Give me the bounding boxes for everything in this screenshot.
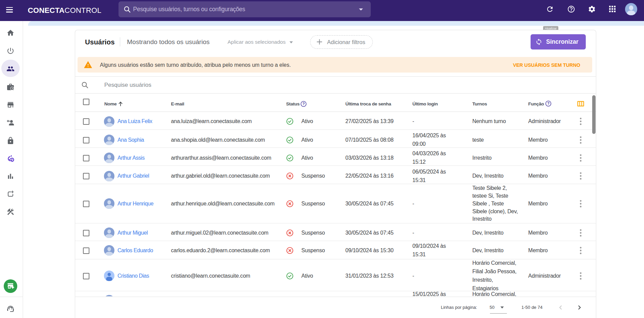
svg-text:?: ? (302, 102, 305, 106)
svg-text:?: ? (547, 101, 550, 105)
